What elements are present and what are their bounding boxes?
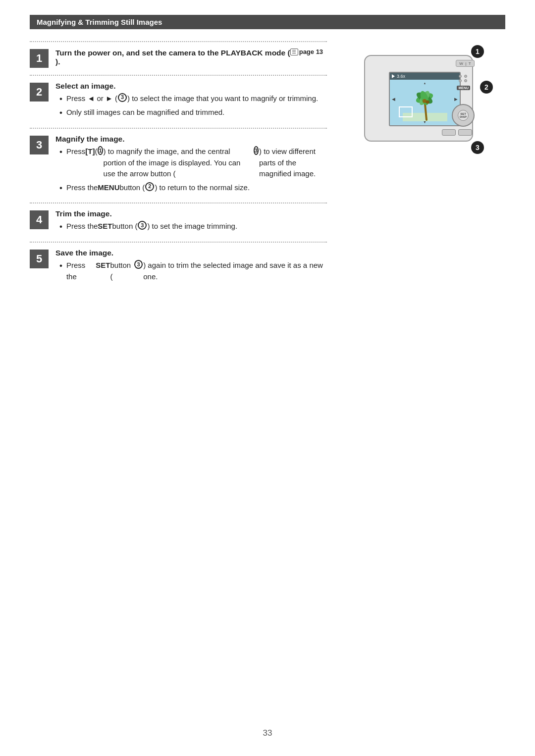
- menu-button-label: MENU: [457, 86, 470, 90]
- step5-divider: [30, 242, 327, 243]
- circle3: 3: [118, 93, 127, 102]
- step2-bullet1: Press ◄ or ► (3) to select the image tha…: [59, 93, 327, 105]
- set-disp-wheel: SET DISP: [452, 104, 475, 127]
- circle2a: 2: [145, 182, 154, 191]
- step2-content: Select an image. Press ◄ or ► (3) to sel…: [55, 82, 327, 127]
- screen-select-box: [399, 106, 413, 117]
- circle3b: 3: [138, 221, 147, 230]
- page-container: Magnifying & Trimming Still Images 1 Tur…: [0, 0, 535, 756]
- page-ref-icon-wrap: page 13: [290, 48, 323, 55]
- circle3a: 3: [254, 146, 259, 155]
- step3-bullet2: Press the MENU button (2) to return to t…: [59, 182, 327, 194]
- step4-bullet1: Press the SET button (3) to set the imag…: [59, 221, 327, 233]
- step1-title: Turn the power on, and set the camera to…: [55, 48, 327, 66]
- magnify-text: 3.6x: [397, 74, 405, 79]
- manual-icon: [290, 49, 298, 55]
- step5-title: Save the image.: [55, 249, 327, 257]
- cam-mode-dots: [459, 75, 468, 82]
- step5-number: 5: [30, 250, 49, 268]
- step5-bullet1: Press the SET button (3) again to trim t…: [59, 260, 327, 282]
- step2-bullet2: Only still images can be magnified and t…: [59, 107, 327, 119]
- step1-row: 1 Turn the power on, and set the camera …: [30, 48, 327, 74]
- step5-bullets: Press the SET button (3) again to trim t…: [55, 260, 327, 282]
- step2-number: 2: [30, 83, 49, 101]
- cam-dot-2: [464, 75, 467, 78]
- disp-label: DISP: [460, 115, 467, 118]
- step4-bullets: Press the SET button (3) to set the imag…: [55, 221, 327, 233]
- main-content: 1 Turn the power on, and set the camera …: [30, 40, 505, 290]
- step2-divider: [30, 75, 327, 76]
- step3-bullets: Press [T] (1) to magnify the image, and …: [55, 146, 327, 194]
- step5-content: Save the image. Press the SET button (3)…: [55, 249, 327, 290]
- cam-dot-4: [464, 79, 467, 82]
- step2-row: 2 Select an image. Press ◄ or ► (3) to s…: [30, 82, 327, 127]
- cam-bottom-btn-1: [442, 129, 456, 136]
- callout-1: 1: [471, 45, 484, 58]
- step1-number: 1: [30, 49, 49, 68]
- cam-dot-3: [459, 79, 462, 82]
- step5-row: 5 Save the image. Press the SET button (…: [30, 249, 327, 290]
- step3-divider: [30, 128, 327, 129]
- screen-image: [390, 80, 460, 125]
- camera-illustration: 1 3.6x ▲ ◄ ► ▼: [349, 45, 493, 159]
- header-title: Magnifying & Trimming Still Images: [37, 18, 162, 26]
- step4-row: 4 Trim the image. Press the SET button (…: [30, 209, 327, 241]
- step4-divider: [30, 202, 327, 203]
- set-disp-inner: SET DISP: [458, 110, 469, 121]
- step3-bullet1: Press [T] (1) to magnify the image, and …: [59, 146, 327, 180]
- screen-status-bar: 3.6x: [390, 73, 460, 80]
- camera-column: 1 3.6x ▲ ◄ ► ▼: [337, 40, 505, 290]
- step4-title: Trim the image.: [55, 209, 327, 218]
- step4-content: Trim the image. Press the SET button (3)…: [55, 209, 327, 241]
- step3-row: 3 Magnify the image. Press [T] (1) to ma…: [30, 135, 327, 202]
- cam-dot-1: [459, 75, 462, 78]
- svg-point-8: [426, 100, 429, 103]
- page-number: 33: [0, 728, 535, 738]
- cam-bottom-btn-2: [458, 129, 472, 136]
- steps-column: 1 Turn the power on, and set the camera …: [30, 40, 337, 290]
- step2-title: Select an image.: [55, 82, 327, 91]
- callout-3: 3: [471, 141, 484, 154]
- camera-screen: 3.6x ▲ ◄ ► ▼: [389, 72, 461, 126]
- step1-divider: [30, 41, 327, 42]
- step2-bullets: Press ◄ or ► (3) to select the image tha…: [55, 93, 327, 119]
- step1-content: Turn the power on, and set the camera to…: [55, 48, 327, 74]
- step3-content: Magnify the image. Press [T] (1) to magn…: [55, 135, 327, 202]
- step3-title: Magnify the image.: [55, 135, 327, 144]
- circle1a: 1: [98, 146, 103, 155]
- play-icon: [392, 74, 395, 78]
- cam-bottom-buttons: [442, 129, 472, 136]
- section-header: Magnifying & Trimming Still Images: [30, 15, 505, 29]
- circle3c: 3: [134, 260, 143, 269]
- callout-2: 2: [480, 81, 493, 94]
- wt-zoom-bar: W | T: [456, 60, 475, 67]
- step3-number: 3: [30, 136, 49, 154]
- camera-body: 3.6x ▲ ◄ ► ▼: [364, 55, 473, 142]
- step4-number: 4: [30, 210, 49, 229]
